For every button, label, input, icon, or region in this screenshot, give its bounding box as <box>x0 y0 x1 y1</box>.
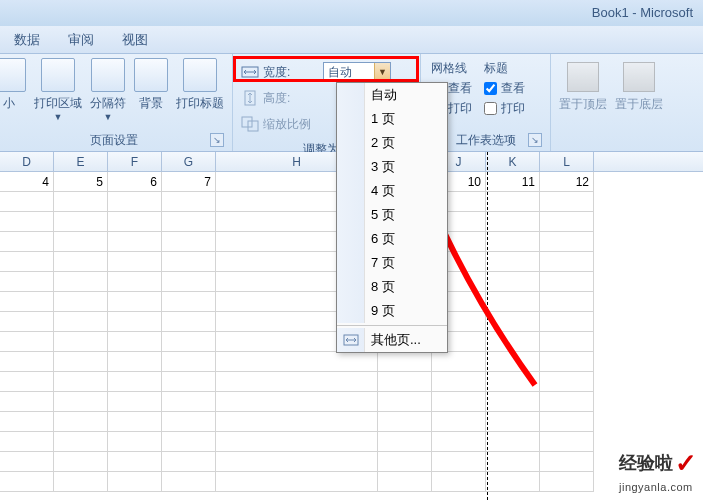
cell[interactable] <box>162 252 216 272</box>
cell[interactable] <box>54 292 108 312</box>
cell[interactable] <box>540 472 594 492</box>
cell[interactable] <box>378 452 432 472</box>
cell[interactable] <box>216 392 378 412</box>
cell[interactable] <box>162 212 216 232</box>
cell[interactable] <box>486 212 540 232</box>
cell[interactable]: 6 <box>108 172 162 192</box>
col-header[interactable]: F <box>108 152 162 171</box>
cell[interactable] <box>378 472 432 492</box>
cell[interactable] <box>54 312 108 332</box>
cell[interactable] <box>0 412 54 432</box>
cell[interactable] <box>54 192 108 212</box>
cell[interactable] <box>162 272 216 292</box>
cell[interactable] <box>486 272 540 292</box>
dropdown-item[interactable]: 7 页 <box>337 251 447 275</box>
cell[interactable] <box>0 292 54 312</box>
cell[interactable] <box>162 472 216 492</box>
cell[interactable] <box>216 352 378 372</box>
cell[interactable] <box>108 312 162 332</box>
cell[interactable] <box>540 332 594 352</box>
cell[interactable] <box>540 312 594 332</box>
cell[interactable] <box>162 452 216 472</box>
cell[interactable] <box>378 432 432 452</box>
dropdown-item-other[interactable]: 其他页... <box>337 328 447 352</box>
cell[interactable] <box>54 452 108 472</box>
background-button[interactable]: 背景 <box>130 56 172 129</box>
col-header[interactable]: L <box>540 152 594 171</box>
cell[interactable] <box>540 372 594 392</box>
cell[interactable] <box>378 392 432 412</box>
cell[interactable] <box>162 232 216 252</box>
cell[interactable] <box>486 352 540 372</box>
cell[interactable] <box>162 432 216 452</box>
cell[interactable] <box>216 432 378 452</box>
print-area-button[interactable]: 打印区域 ▼ <box>30 56 86 129</box>
cell[interactable] <box>486 192 540 212</box>
cell[interactable] <box>432 412 486 432</box>
dropdown-item[interactable]: 2 页 <box>337 131 447 155</box>
cell[interactable] <box>108 272 162 292</box>
cell[interactable] <box>108 392 162 412</box>
cell[interactable] <box>0 432 54 452</box>
cell[interactable] <box>378 372 432 392</box>
cell[interactable] <box>540 392 594 412</box>
cell[interactable] <box>54 212 108 232</box>
col-header[interactable]: D <box>0 152 54 171</box>
cell[interactable] <box>540 412 594 432</box>
cell[interactable] <box>0 312 54 332</box>
cell[interactable] <box>540 192 594 212</box>
tab-view[interactable]: 视图 <box>108 26 162 54</box>
bring-front-button[interactable]: 置于顶层 <box>555 60 611 115</box>
cell[interactable] <box>108 372 162 392</box>
cell[interactable] <box>486 412 540 432</box>
cell[interactable] <box>54 432 108 452</box>
cell[interactable] <box>54 232 108 252</box>
dialog-launcher-icon[interactable]: ↘ <box>528 133 542 147</box>
tab-review[interactable]: 审阅 <box>54 26 108 54</box>
cell[interactable] <box>0 352 54 372</box>
cell[interactable] <box>216 452 378 472</box>
width-combo[interactable]: 自动 ▼ <box>323 62 391 82</box>
cell[interactable] <box>0 212 54 232</box>
cell[interactable] <box>486 452 540 472</box>
cell[interactable] <box>108 432 162 452</box>
cell[interactable] <box>108 292 162 312</box>
cell[interactable] <box>0 192 54 212</box>
cell[interactable] <box>486 432 540 452</box>
cell[interactable] <box>486 332 540 352</box>
dropdown-item[interactable]: 4 页 <box>337 179 447 203</box>
cell[interactable] <box>162 192 216 212</box>
cell[interactable] <box>0 452 54 472</box>
cell[interactable] <box>432 392 486 412</box>
cell[interactable] <box>0 392 54 412</box>
cell[interactable] <box>540 292 594 312</box>
cell[interactable] <box>216 412 378 432</box>
dropdown-item[interactable]: 8 页 <box>337 275 447 299</box>
cell[interactable] <box>486 472 540 492</box>
cell[interactable] <box>108 332 162 352</box>
cell[interactable] <box>54 372 108 392</box>
cell[interactable] <box>0 332 54 352</box>
dropdown-item[interactable]: 3 页 <box>337 155 447 179</box>
cell[interactable] <box>108 412 162 432</box>
dropdown-item[interactable]: 1 页 <box>337 107 447 131</box>
cell[interactable] <box>540 352 594 372</box>
cell[interactable] <box>54 332 108 352</box>
cell[interactable] <box>432 452 486 472</box>
dropdown-item[interactable]: 9 页 <box>337 299 447 323</box>
cell[interactable] <box>54 252 108 272</box>
cell[interactable] <box>432 352 486 372</box>
tab-data[interactable]: 数据 <box>0 26 54 54</box>
cell[interactable] <box>216 472 378 492</box>
dropdown-item[interactable]: 自动 <box>337 83 447 107</box>
cell[interactable] <box>432 372 486 392</box>
cell[interactable] <box>54 272 108 292</box>
cell[interactable] <box>540 232 594 252</box>
cell[interactable] <box>540 252 594 272</box>
cell[interactable] <box>108 192 162 212</box>
cell[interactable] <box>54 392 108 412</box>
cell[interactable] <box>486 372 540 392</box>
dialog-launcher-icon[interactable]: ↘ <box>210 133 224 147</box>
cell[interactable] <box>54 472 108 492</box>
col-header[interactable]: E <box>54 152 108 171</box>
